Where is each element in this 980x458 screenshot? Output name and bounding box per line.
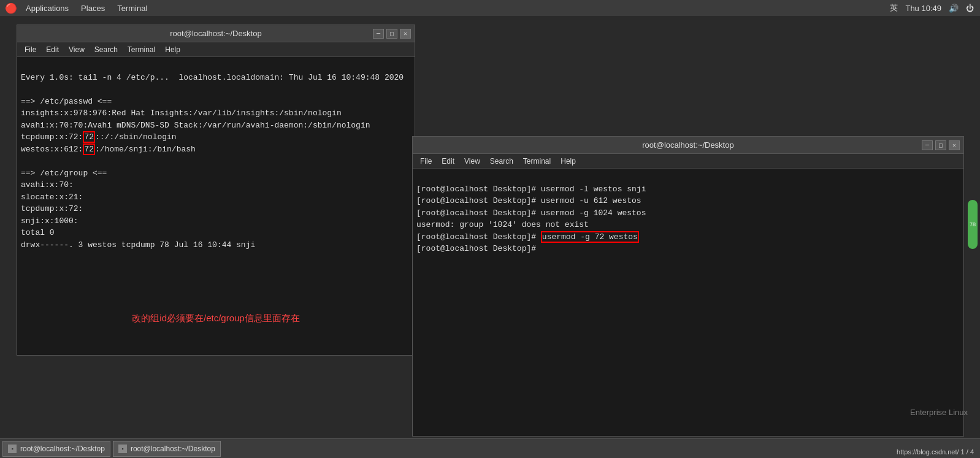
term1-line-1: Every 1.0s: tail -n 4 /etc/p... localhos…: [21, 73, 404, 82]
close-button-2[interactable]: ✕: [949, 140, 960, 150]
watermark: Enterprise Linux: [910, 408, 968, 417]
term2-line-3: [root@localhost Desktop]# usermod -g 102…: [416, 208, 646, 218]
taskbar-icon-1: ▪: [8, 445, 17, 453]
term2-menu-view[interactable]: View: [461, 156, 484, 167]
taskbar-item-2[interactable]: ▪ root@localhost:~/Desktop: [113, 441, 221, 457]
term1-menu-view[interactable]: View: [65, 44, 88, 55]
term1-menu-edit[interactable]: Edit: [42, 44, 63, 55]
term1-line-9: ==> /etc/group <==: [21, 169, 107, 178]
term2-line-4: usermod: group '1024' does not exist: [416, 220, 589, 229]
minimize-button-2[interactable]: ─: [922, 140, 933, 150]
top-menubar: 🔴 Applications Places Terminal 英 Thu 10:…: [0, 0, 980, 16]
volume-icon[interactable]: 🔊: [949, 4, 959, 13]
term1-line-15: drwx------. 3 westos tcpdump 78 Jul 16 1…: [21, 240, 255, 250]
scrollbar-value: 78: [970, 221, 976, 227]
menu-applications[interactable]: Applications: [21, 2, 74, 14]
topbar-right: 英 Thu 10:49 🔊 ⏻: [890, 0, 974, 16]
terminal-1-titlebar[interactable]: root@localhost:~/Desktop ─ □ ✕: [17, 25, 415, 42]
term1-menu-file[interactable]: File: [21, 44, 40, 55]
term2-menu-search[interactable]: Search: [486, 156, 517, 167]
term2-line-1: [root@localhost Desktop]# usermod -l wes…: [416, 185, 646, 194]
taskbar-item-1[interactable]: ▪ root@localhost:~/Desktop: [2, 441, 110, 457]
term1-line-12: tcpdump:x:72:: [21, 204, 83, 213]
term1-line-3: ==> /etc/passwd <==: [21, 97, 112, 106]
term1-line-14: total 0: [21, 228, 55, 237]
power-icon[interactable]: ⏻: [966, 4, 974, 13]
terminal-2-menubar: File Edit View Search Terminal Help: [413, 154, 963, 169]
terminal-1-title: root@localhost:~/Desktop: [170, 29, 261, 38]
clock: Thu 10:49: [905, 4, 941, 13]
close-button-1[interactable]: ✕: [400, 29, 411, 39]
terminal-1-annotation: 改的组id必须要在/etc/group信息里面存在: [132, 313, 299, 324]
taskbar-icon-2: ▪: [118, 445, 127, 453]
term2-menu-file[interactable]: File: [416, 156, 435, 167]
maximize-button-2[interactable]: □: [935, 140, 946, 150]
terminal-window-1: root@localhost:~/Desktop ─ □ ✕ File Edit…: [17, 25, 415, 356]
term1-line-13: snji:x:1000:: [21, 216, 78, 226]
taskbar-label-1: root@localhost:~/Desktop: [20, 445, 105, 453]
terminal-2-titlebar[interactable]: root@localhost:~/Desktop ─ □ ✕: [413, 137, 963, 154]
term1-menu-terminal[interactable]: Terminal: [124, 44, 159, 55]
menu-places[interactable]: Places: [76, 2, 110, 14]
terminal-window-2: root@localhost:~/Desktop ─ □ ✕ File Edit…: [412, 136, 964, 437]
lang-indicator: 英: [890, 2, 898, 13]
term2-line-2: [root@localhost Desktop]# usermod -u 612…: [416, 196, 641, 205]
term1-line-10: avahi:x:70:: [21, 180, 74, 189]
term2-line-5: [root@localhost Desktop]# usermod -g 72 …: [416, 231, 639, 243]
taskbar-label-2: root@localhost:~/Desktop: [131, 445, 215, 453]
term2-line-6: [root@localhost Desktop]#: [416, 244, 536, 253]
desktop: root@localhost:~/Desktop ─ □ ✕ File Edit…: [0, 16, 980, 438]
terminal-2-title: root@localhost:~/Desktop: [642, 140, 733, 150]
taskbar: ▪ root@localhost:~/Desktop ▪ root@localh…: [0, 438, 980, 458]
term1-line-7: westos:x:612:72:/home/snji:/bin/bash: [21, 143, 196, 155]
terminal-2-buttons: ─ □ ✕: [922, 140, 960, 150]
term1-line-4: insights:x:978:976:Red Hat Insights:/var…: [21, 109, 342, 118]
term2-menu-terminal[interactable]: Terminal: [519, 156, 554, 167]
term1-line-5: avahi:x:70:70:Avahi mDNS/DNS-SD Stack:/v…: [21, 121, 370, 130]
terminal-1-menubar: File Edit View Search Terminal Help: [17, 42, 415, 57]
term1-line-11: slocate:x:21:: [21, 193, 83, 202]
term1-menu-search[interactable]: Search: [91, 44, 121, 55]
term1-line-6: tcpdump:x:72:72::/:/sbin/nologin: [21, 131, 177, 143]
right-scrollbar[interactable]: 78: [968, 200, 978, 249]
menu-terminal[interactable]: Terminal: [112, 2, 152, 14]
maximize-button-1[interactable]: □: [386, 29, 397, 39]
terminal-1-content: Every 1.0s: tail -n 4 /etc/p... localhos…: [17, 57, 415, 355]
term2-menu-help[interactable]: Help: [557, 156, 580, 167]
terminal-2-content: [root@localhost Desktop]# usermod -l wes…: [413, 169, 963, 436]
taskbar-right: https://blog.csdn.net/ 1 / 4: [897, 448, 974, 456]
os-logo: 🔴: [5, 2, 16, 13]
term2-menu-edit[interactable]: Edit: [438, 156, 458, 167]
term1-menu-help[interactable]: Help: [161, 44, 184, 55]
terminal-1-buttons: ─ □ ✕: [373, 29, 411, 39]
minimize-button-1[interactable]: ─: [373, 29, 384, 39]
